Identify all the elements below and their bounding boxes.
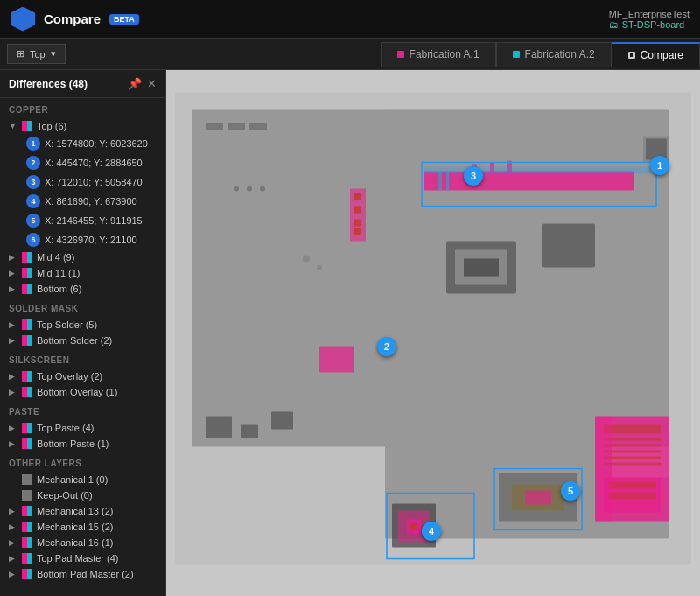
- layer-icon-mech16: [22, 537, 32, 548]
- layer-icon-bottom-paste: [22, 438, 32, 449]
- svg-rect-35: [206, 417, 232, 438]
- tree-item-mid4[interactable]: ▶ Mid 4 (9): [0, 249, 165, 265]
- tree-item-mech1[interactable]: ▶ Mechanical 1 (0): [0, 472, 165, 487]
- layer-icon-top: [22, 121, 32, 131]
- fab2-dot: [513, 51, 520, 58]
- list-item[interactable]: 6 X: 4326970; Y: 21100: [0, 230, 165, 249]
- tab-compare[interactable]: Compare: [612, 42, 700, 67]
- beta-badge: BETA: [109, 14, 139, 25]
- tree-label-bottom-pad-master: Bottom Pad Master (2): [37, 569, 134, 579]
- list-item[interactable]: 3 X: 712010; Y: 5058470: [0, 172, 165, 192]
- marker-5[interactable]: 5: [561, 481, 580, 501]
- tree-item-top-overlay[interactable]: ▶ Top Overlay (2): [0, 368, 165, 384]
- tab-fab2[interactable]: Fabrication A.2: [496, 42, 612, 67]
- chevron-right-icon: ▶: [9, 372, 18, 381]
- tree-item-mid11[interactable]: ▶ Mid 11 (1): [0, 265, 165, 281]
- layer-icon-top-paste: [22, 423, 32, 433]
- layer-icon-bottom-solder: [22, 335, 32, 346]
- marker-badge-3: 3: [26, 175, 40, 189]
- marker-badge-2: 2: [26, 156, 40, 170]
- tree-item-mech15[interactable]: ▶ Mechanical 15 (2): [0, 519, 165, 535]
- tree-item-mech16[interactable]: ▶ Mechanical 16 (1): [0, 535, 165, 550]
- close-icon[interactable]: ✕: [147, 77, 157, 90]
- tree-item-mech13[interactable]: ▶ Mechanical 13 (2): [0, 503, 165, 519]
- sidebar-header: Differences (48) 📌 ✕: [0, 70, 165, 98]
- app-logo: [10, 7, 35, 32]
- section-solder-mask: SOLDER MASK: [0, 297, 165, 317]
- pin-icon[interactable]: 📌: [128, 77, 142, 90]
- svg-rect-12: [319, 347, 354, 373]
- list-item[interactable]: 2 X: 445470; Y: 2884650: [0, 153, 165, 172]
- svg-point-47: [317, 265, 322, 270]
- section-silkscreen: SILKSCREEN: [0, 348, 165, 368]
- marker-badge-5: 5: [26, 214, 40, 228]
- tab-fab1[interactable]: Fabrication A.1: [381, 42, 496, 67]
- marker-4[interactable]: 4: [422, 522, 441, 541]
- view-selector-label: Top: [30, 49, 46, 60]
- chevron-right-icon: ▶: [9, 522, 18, 531]
- tree-item-bottom-paste[interactable]: ▶ Bottom Paste (1): [0, 436, 165, 452]
- svg-rect-42: [424, 167, 652, 174]
- svg-rect-10: [354, 220, 361, 227]
- chevron-right-icon: ▶: [9, 507, 18, 515]
- layer-icon-keepout: [22, 490, 32, 501]
- chevron-right-icon: ▶: [9, 570, 18, 578]
- svg-point-44: [247, 186, 252, 192]
- tree-item-top[interactable]: ▼ Top (6): [0, 118, 165, 134]
- tree-item-bottom-overlay[interactable]: ▶ Bottom Overlay (1): [0, 384, 165, 400]
- tree-label-keepout: Keep-Out (0): [37, 490, 93, 501]
- tabs-container: Fabrication A.1 Fabrication A.2 Compare: [381, 42, 700, 67]
- main-layout: Differences (48) 📌 ✕ COPPER ▼ Top (6) 1 …: [0, 70, 700, 596]
- tree-label-bottom-overlay: Bottom Overlay (1): [37, 387, 117, 397]
- marker-label-4: 4: [429, 526, 434, 536]
- section-copper: COPPER: [0, 98, 165, 118]
- board-svg: [166, 70, 700, 596]
- tree-item-bottom-solder[interactable]: ▶ Bottom Solder (2): [0, 333, 165, 348]
- file-name: 🗂 ST-DSP-board: [609, 19, 690, 30]
- tree-item-top-paste[interactable]: ▶ Top Paste (4): [0, 420, 165, 436]
- marker-1[interactable]: 1: [650, 156, 669, 175]
- layer-icon-bottom-overlay: [22, 387, 32, 397]
- marker-badge-1: 1: [26, 137, 40, 151]
- layer-icon-mid11: [22, 268, 32, 278]
- marker-label-2: 2: [384, 341, 389, 352]
- section-paste: PASTE: [0, 400, 165, 420]
- chevron-down-icon: ▼: [9, 122, 18, 130]
- chevron-right-icon: ▶: [9, 439, 18, 448]
- file-icon: 🗂: [609, 19, 619, 30]
- tree-item-bottom[interactable]: ▶ Bottom (6): [0, 281, 165, 297]
- svg-point-27: [410, 523, 417, 530]
- marker-label-3: 3: [471, 171, 476, 181]
- tree-label-mid4: Mid 4 (9): [37, 252, 74, 263]
- list-item[interactable]: 5 X: 2146455; Y: 911915: [0, 211, 165, 230]
- tree-label-top: Top (6): [37, 121, 66, 131]
- tree-item-bottom-pad-master[interactable]: ▶ Bottom Pad Master (2): [0, 566, 165, 582]
- layer-icon-top-overlay: [22, 371, 32, 382]
- coord-5: X: 2146455; Y: 911915: [45, 215, 143, 226]
- list-item[interactable]: 1 X: 1574800; Y: 6023620: [0, 134, 165, 153]
- tree-label-top-pad-master: Top Pad Master (4): [37, 553, 119, 564]
- list-item[interactable]: 4 X: 861690; Y: 673900: [0, 192, 165, 211]
- tab-compare-label: Compare: [640, 49, 683, 61]
- sidebar: Differences (48) 📌 ✕ COPPER ▼ Top (6) 1 …: [0, 70, 166, 596]
- svg-point-28: [414, 532, 417, 536]
- chevron-down-icon: ▾: [51, 48, 56, 60]
- view-selector[interactable]: ⊞ Top ▾: [7, 44, 66, 64]
- tree-item-top-solder[interactable]: ▶ Top Solder (5): [0, 317, 165, 333]
- canvas-area[interactable]: 1 2 3 4 5 6: [166, 70, 700, 596]
- tree-item-top-pad-master[interactable]: ▶ Top Pad Master (4): [0, 550, 165, 566]
- svg-rect-33: [228, 123, 245, 130]
- marker-label-1: 1: [657, 160, 662, 171]
- chevron-right-icon: ▶: [9, 284, 18, 293]
- marker-2[interactable]: 2: [377, 337, 396, 356]
- tree-label-mech13: Mechanical 13 (2): [37, 506, 113, 516]
- svg-rect-23: [595, 417, 612, 522]
- marker-3[interactable]: 3: [464, 166, 483, 186]
- svg-point-45: [260, 186, 265, 192]
- tree-item-keepout[interactable]: ▶ Keep-Out (0): [0, 487, 165, 503]
- tree-label-mech1: Mechanical 1 (0): [37, 474, 108, 485]
- coord-6: X: 4326970; Y: 21100: [45, 235, 137, 245]
- svg-rect-22: [608, 493, 656, 500]
- tree-label-bottom: Bottom (6): [37, 284, 81, 294]
- coord-2: X: 445470; Y: 2884650: [45, 158, 143, 168]
